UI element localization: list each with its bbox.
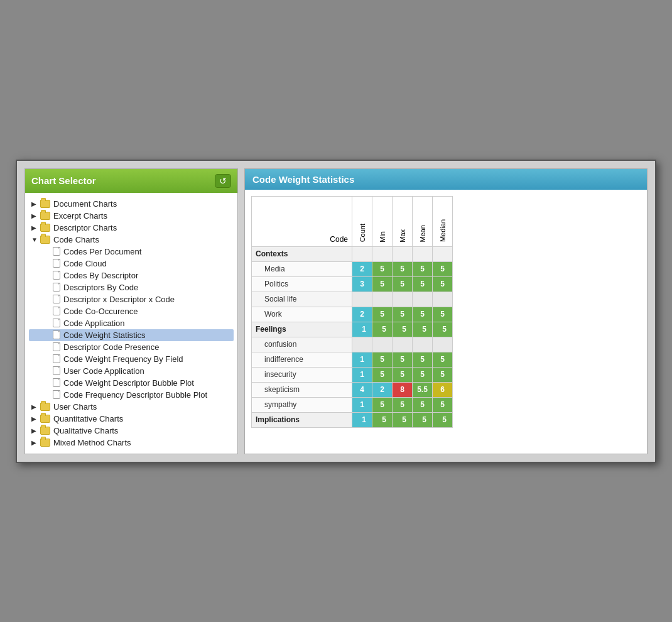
max-cell [393,246,413,261]
tree-item-user-charts[interactable]: ▶User Charts [29,401,234,413]
doc-icon [53,283,60,292]
doc-icon [53,307,60,315]
tree-item-descriptor-x-descriptor-x-code[interactable]: Descriptor x Descriptor x Code [29,293,234,305]
folder-icon [40,403,50,411]
folder-arrow: ▶ [31,403,38,410]
doc-icon [53,247,60,256]
max-cell: 5 [393,276,413,292]
tree-item-label: Code Application [63,319,125,328]
row-label: Politics [252,276,352,292]
tree-item-code-weight-frequency-by-field[interactable]: Code Weight Frequency By Field [29,353,234,365]
tree-item-label: User Code Application [63,366,144,376]
tree-item-label: Code Charts [53,235,99,244]
tree-item-label: Code Weight Frequency By Field [63,354,183,364]
mean-cell [413,246,433,261]
max-cell: 5 [393,397,413,412]
folder-arrow: ▶ [31,427,38,434]
tree-item-code-weight-descriptor-bubble-plot[interactable]: Code Weight Descriptor Bubble Plot [29,377,234,389]
refresh-button[interactable]: ↺ [215,174,231,188]
table-row: Contexts [252,246,453,261]
folder-arrow: ▶ [31,212,38,219]
doc-icon [53,259,60,268]
count-cell: 1 [352,367,372,382]
count-cell: 1 [352,322,372,337]
tree-item-label: Code Cloud [63,259,107,268]
median-cell [433,246,453,261]
table-row: Politics35555 [252,276,453,292]
tree-item-user-code-application[interactable]: User Code Application [29,365,234,377]
table-row: Media25555 [252,261,453,276]
count-cell [352,292,372,307]
app-container: Chart Selector ↺ ▶Document Charts▶Excerp… [16,160,656,463]
mean-cell: 5.5 [413,382,433,397]
mean-cell: 5 [413,322,433,337]
max-cell: 5 [393,412,413,427]
mean-header: Mean [413,196,433,246]
count-cell: 3 [352,276,372,292]
tree-item-code-weight-statistics[interactable]: Code Weight Statistics [29,329,234,341]
tree-item-qualitative-charts[interactable]: ▶Qualitative Charts [29,425,234,437]
median-cell: 5 [433,352,453,367]
tree-item-label: Code Weight Statistics [63,330,146,340]
row-label: sympathy [252,397,352,412]
table-row: sympathy15555 [252,397,453,412]
tree-item-code-frequency-descriptor-bubble-plot[interactable]: Code Frequency Descriptor Bubble Plot [29,389,234,401]
tree-item-code-application[interactable]: Code Application [29,317,234,329]
left-panel-header: Chart Selector ↺ [25,169,237,193]
mean-cell [413,292,433,307]
median-cell: 5 [433,276,453,292]
max-cell [393,292,413,307]
code-column-header: Code [252,196,352,246]
tree-item-label: Quantitative Charts [53,414,123,423]
stats-table: Code Count Min Max Mean Median ContextsM… [251,196,453,428]
median-cell: 5 [433,261,453,276]
table-row: Implications15555 [252,412,453,427]
tree-item-quantitative-charts[interactable]: ▶Quantitative Charts [29,413,234,425]
folder-icon [40,200,50,208]
tree-item-label: Mixed Method Charts [53,438,131,447]
tree-item-label: Code Frequency Descriptor Bubble Plot [63,390,207,400]
tree-item-code-cloud[interactable]: Code Cloud [29,258,234,270]
doc-icon [53,378,60,387]
tree-item-label: Descriptor Charts [53,223,117,232]
min-cell: 2 [372,382,393,397]
median-cell: 6 [433,382,453,397]
tree-item-label: User Charts [53,402,97,412]
count-cell: 1 [352,397,372,412]
row-label: confusion [252,337,352,352]
max-cell: 8 [393,382,413,397]
tree-item-descriptors-by-code[interactable]: Descriptors By Code [29,281,234,293]
tree-item-descriptor-charts[interactable]: ▶Descriptor Charts [29,222,234,234]
min-cell: 5 [372,261,393,276]
median-cell [433,337,453,352]
max-cell: 5 [393,352,413,367]
tree-item-label: Codes By Descriptor [63,271,138,280]
mean-cell: 5 [413,412,433,427]
doc-icon [53,319,60,327]
right-panel: Code Weight Statistics Code Count Min Ma… [244,168,648,454]
table-row: skepticism4285.56 [252,382,453,397]
tree-item-mixed-method-charts[interactable]: ▶Mixed Method Charts [29,437,234,449]
right-panel-header: Code Weight Statistics [245,169,647,190]
tree-item-descriptor-code-presence[interactable]: Descriptor Code Presence [29,341,234,353]
max-header: Max [393,196,413,246]
count-cell [352,337,372,352]
doc-icon [53,354,60,363]
max-cell: 5 [393,322,413,337]
tree-item-label: Codes Per Document [63,247,141,256]
doc-icon [53,271,60,280]
max-cell [393,337,413,352]
table-row: Feelings15555 [252,322,453,337]
tree-item-codes-per-document[interactable]: Codes Per Document [29,246,234,258]
tree-item-code-co-occurence[interactable]: Code Co-Occurence [29,305,234,317]
tree-item-code-charts[interactable]: ▼Code Charts [29,234,234,246]
max-cell: 5 [393,261,413,276]
median-cell: 5 [433,412,453,427]
doc-icon [53,366,60,375]
tree-item-codes-by-descriptor[interactable]: Codes By Descriptor [29,270,234,281]
median-cell: 5 [433,307,453,322]
folder-icon [40,415,50,423]
tree-item-excerpt-charts[interactable]: ▶Excerpt Charts [29,210,234,222]
row-label: skepticism [252,382,352,397]
tree-item-doc-charts[interactable]: ▶Document Charts [29,198,234,210]
